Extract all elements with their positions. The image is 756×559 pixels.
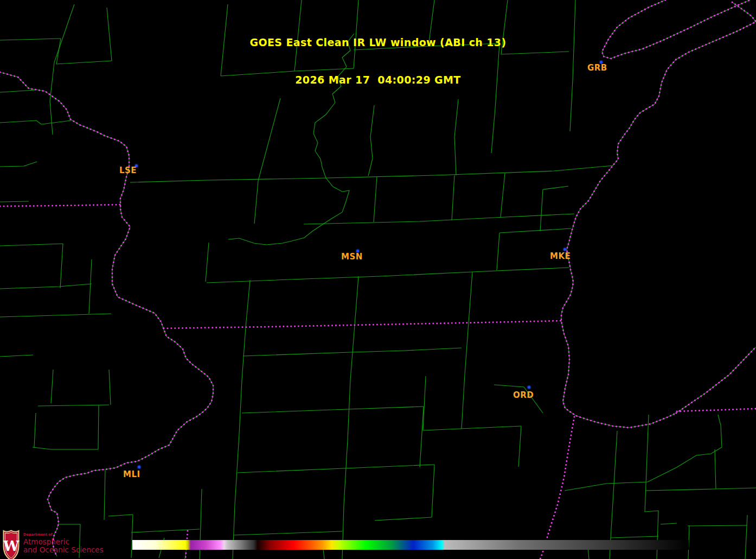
title-line-1: GOES East Clean IR LW window (ABI ch 13) — [0, 36, 756, 49]
station-label: LSE — [119, 166, 137, 175]
aos-logo-text: Department of Atmospheric and Oceanic Sc… — [23, 530, 104, 554]
logo-dept-label: Department of — [23, 533, 104, 537]
image-title: GOES East Clean IR LW window (ABI ch 13)… — [0, 11, 756, 111]
station-dot — [138, 466, 140, 468]
station-dot — [563, 248, 566, 251]
svg-text:W: W — [3, 538, 20, 554]
logo-name-line1: Atmospheric — [23, 538, 104, 546]
station-label: GRB — [587, 63, 607, 73]
station-label: ORD — [513, 390, 534, 400]
station-label: MKE — [550, 251, 571, 261]
aos-logo: W Department of Atmospheric and Oceanic … — [3, 530, 104, 559]
satellite-image-viewport: GOES East Clean IR LW window (ABI ch 13)… — [0, 0, 756, 559]
ir-enhancement-colorbar — [132, 540, 689, 550]
station-label: MLI — [123, 469, 140, 479]
logo-name-line2: and Oceanic Sciences — [23, 547, 104, 554]
title-line-2: 2026 Mar 17 04:00:29 GMT — [0, 74, 756, 86]
uw-crest-icon: W — [3, 530, 20, 559]
station-dot — [528, 386, 530, 389]
station-label: MSN — [341, 252, 363, 262]
